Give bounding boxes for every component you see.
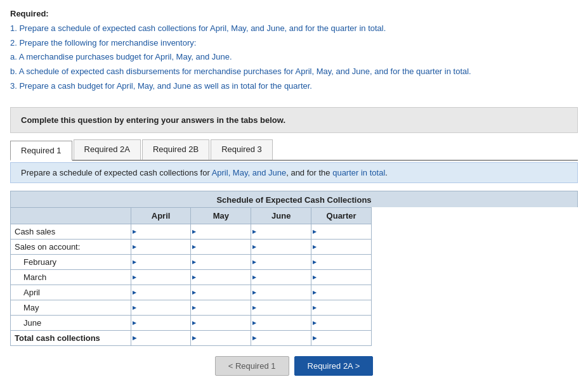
input-cell-r0-c3[interactable] <box>311 224 372 239</box>
input-r4-c2[interactable] <box>254 287 308 298</box>
input-r1-c3[interactable] <box>314 241 369 252</box>
input-r6-c1[interactable] <box>193 317 248 328</box>
input-r2-c0[interactable] <box>134 257 188 267</box>
input-r1-c1[interactable] <box>193 241 248 252</box>
row-label-6: June <box>11 315 131 330</box>
prev-button-label: < Required 1 <box>228 361 276 371</box>
input-cell-r1-c1[interactable] <box>191 239 251 254</box>
row-label-3: March <box>11 269 131 285</box>
input-cell-r5-c2[interactable] <box>251 300 311 315</box>
input-cell-r4-c0[interactable] <box>131 285 191 300</box>
input-cell-r0-c1[interactable] <box>191 224 251 239</box>
input-cell-r4-c2[interactable] <box>251 285 311 300</box>
input-r3-c3[interactable] <box>314 272 369 283</box>
input-r1-c2[interactable] <box>254 241 308 252</box>
input-r3-c2[interactable] <box>254 272 308 283</box>
col-header-may: May <box>191 207 251 224</box>
input-r0-c0[interactable] <box>134 226 188 237</box>
input-cell-r5-c0[interactable] <box>131 300 191 315</box>
input-cell-r3-c0[interactable] <box>131 269 191 285</box>
required-section: Required: 1. Prepare a schedule of expec… <box>0 0 588 101</box>
row-label-1: Sales on account: <box>11 239 131 254</box>
input-cell-r2-c1[interactable] <box>191 254 251 269</box>
col-header-quarter: Quarter <box>311 207 372 224</box>
req-line-1: 1. Prepare a schedule of expected cash c… <box>10 22 578 35</box>
input-r3-c1[interactable] <box>193 272 248 283</box>
req-line-3: a. A merchandise purchases budget for Ap… <box>10 51 578 64</box>
input-cell-r0-c0[interactable] <box>131 224 191 239</box>
input-r5-c1[interactable] <box>193 302 248 313</box>
prev-button[interactable]: < Required 1 <box>215 356 289 376</box>
input-r4-c1[interactable] <box>193 287 248 298</box>
col-header-empty <box>11 207 131 224</box>
req-line-2: 2. Prepare the following for merchandise… <box>10 37 578 50</box>
input-cell-r7-c1[interactable] <box>191 330 251 345</box>
input-r5-c0[interactable] <box>134 302 188 313</box>
row-label-7: Total cash collections <box>11 330 131 345</box>
input-cell-r2-c3[interactable] <box>311 254 372 269</box>
input-cell-r6-c1[interactable] <box>191 315 251 330</box>
input-cell-r1-c3[interactable] <box>311 239 372 254</box>
schedule-section: Schedule of Expected Cash Collections Ap… <box>10 191 578 346</box>
input-cell-r6-c0[interactable] <box>131 315 191 330</box>
tabs-row: Required 1 Required 2A Required 2B Requi… <box>10 139 578 161</box>
schedule-title: Schedule of Expected Cash Collections <box>10 191 578 207</box>
input-r7-c2[interactable] <box>254 333 308 343</box>
input-r6-c3[interactable] <box>314 317 369 328</box>
input-cell-r0-c2[interactable] <box>251 224 311 239</box>
row-label-0: Cash sales <box>11 224 131 239</box>
row-label-5: May <box>11 300 131 315</box>
schedule-table: April May June Quarter Cash salesSales o… <box>10 207 372 346</box>
instruction-text: Complete this question by entering your … <box>21 115 285 125</box>
col-header-june: June <box>251 207 311 224</box>
input-r5-c3[interactable] <box>314 302 369 313</box>
tab-required3[interactable]: Required 3 <box>211 139 273 160</box>
input-r2-c1[interactable] <box>193 257 248 267</box>
input-r2-c2[interactable] <box>254 257 308 267</box>
col-header-april: April <box>131 207 191 224</box>
input-r0-c3[interactable] <box>314 226 369 237</box>
next-button-label: Required 2A > <box>308 361 360 371</box>
input-r6-c2[interactable] <box>254 317 308 328</box>
input-r4-c3[interactable] <box>314 287 369 298</box>
input-cell-r6-c3[interactable] <box>311 315 372 330</box>
row-label-2: February <box>11 254 131 269</box>
next-button[interactable]: Required 2A > <box>294 356 374 376</box>
req-line-4: b. A schedule of expected cash disbursem… <box>10 65 578 79</box>
input-cell-r2-c0[interactable] <box>131 254 191 269</box>
input-cell-r3-c1[interactable] <box>191 269 251 285</box>
input-cell-r2-c2[interactable] <box>251 254 311 269</box>
input-r6-c0[interactable] <box>134 317 188 328</box>
input-cell-r4-c1[interactable] <box>191 285 251 300</box>
required-heading: Required: <box>10 9 49 18</box>
tab-required2b[interactable]: Required 2B <box>142 139 209 160</box>
input-cell-r4-c3[interactable] <box>311 285 372 300</box>
input-r0-c1[interactable] <box>193 226 248 237</box>
input-cell-r7-c0[interactable] <box>131 330 191 345</box>
input-r3-c0[interactable] <box>134 272 188 283</box>
input-cell-r3-c2[interactable] <box>251 269 311 285</box>
row-label-4: April <box>11 285 131 300</box>
input-cell-r7-c2[interactable] <box>251 330 311 345</box>
input-cell-r5-c3[interactable] <box>311 300 372 315</box>
tab-required2a[interactable]: Required 2A <box>74 139 141 160</box>
input-r7-c0[interactable] <box>134 333 188 343</box>
instruction-box: Complete this question by entering your … <box>10 107 578 133</box>
tab-description: Prepare a schedule of expected cash coll… <box>10 162 578 183</box>
tab-required1[interactable]: Required 1 <box>10 141 72 161</box>
input-r5-c2[interactable] <box>254 302 308 313</box>
input-cell-r7-c3[interactable] <box>311 330 372 345</box>
input-cell-r1-c0[interactable] <box>131 239 191 254</box>
input-r0-c2[interactable] <box>254 226 308 237</box>
input-cell-r5-c1[interactable] <box>191 300 251 315</box>
input-r2-c3[interactable] <box>314 257 369 267</box>
input-r7-c3[interactable] <box>314 333 369 343</box>
input-cell-r1-c2[interactable] <box>251 239 311 254</box>
input-cell-r6-c2[interactable] <box>251 315 311 330</box>
nav-buttons: < Required 1 Required 2A > <box>0 356 588 376</box>
input-r1-c0[interactable] <box>134 241 188 252</box>
input-r4-c0[interactable] <box>134 287 188 298</box>
req-line-5: 3. Prepare a cash budget for April, May,… <box>10 80 578 93</box>
input-cell-r3-c3[interactable] <box>311 269 372 285</box>
input-r7-c1[interactable] <box>193 333 248 343</box>
